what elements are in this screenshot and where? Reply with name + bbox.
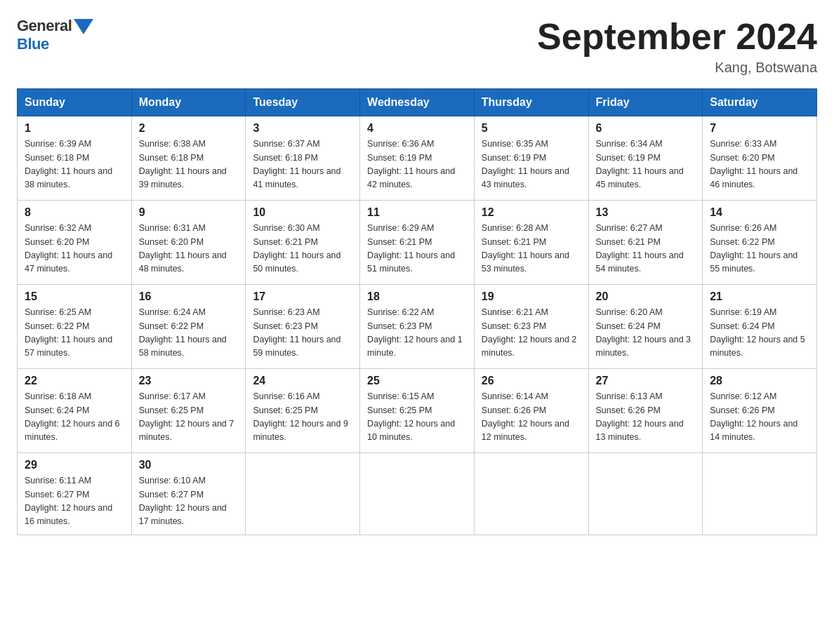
day-cell: 22Sunrise: 6:18 AMSunset: 6:24 PMDayligh… [18,369,132,453]
day-number: 18 [367,290,467,303]
day-info: Sunrise: 6:35 AMSunset: 6:19 PMDaylight:… [482,137,581,192]
week-row-3: 15Sunrise: 6:25 AMSunset: 6:22 PMDayligh… [18,285,817,369]
day-cell [474,453,588,535]
logo-general-text: General [17,17,72,35]
day-info: Sunrise: 6:38 AMSunset: 6:18 PMDaylight:… [139,137,239,192]
header-day-sunday: Sunday [18,89,132,116]
day-info: Sunrise: 6:15 AMSunset: 6:25 PMDaylight:… [367,390,467,445]
day-cell: 12Sunrise: 6:28 AMSunset: 6:21 PMDayligh… [474,201,588,285]
day-info: Sunrise: 6:17 AMSunset: 6:25 PMDaylight:… [139,390,239,445]
day-cell [703,453,817,535]
day-cell: 3Sunrise: 6:37 AMSunset: 6:18 PMDaylight… [246,116,360,201]
day-info: Sunrise: 6:29 AMSunset: 6:21 PMDaylight:… [367,222,467,276]
day-number: 7 [710,122,809,135]
day-number: 14 [710,206,809,219]
title-area: September 2024 Kang, Botswana [537,17,817,76]
day-info: Sunrise: 6:36 AMSunset: 6:19 PMDaylight:… [367,137,467,192]
day-info: Sunrise: 6:33 AMSunset: 6:20 PMDaylight:… [710,137,809,192]
day-info: Sunrise: 6:16 AMSunset: 6:25 PMDaylight:… [253,390,352,445]
calendar-table: SundayMondayTuesdayWednesdayThursdayFrid… [17,88,817,535]
day-info: Sunrise: 6:30 AMSunset: 6:21 PMDaylight:… [253,222,352,276]
day-number: 12 [482,206,581,219]
day-info: Sunrise: 6:23 AMSunset: 6:23 PMDaylight:… [253,306,352,361]
day-number: 20 [596,290,696,303]
day-number: 9 [139,206,239,219]
calendar-subtitle: Kang, Botswana [537,60,817,76]
day-number: 5 [482,122,581,135]
week-row-2: 8Sunrise: 6:32 AMSunset: 6:20 PMDaylight… [18,201,817,285]
day-number: 11 [367,206,467,219]
week-row-5: 29Sunrise: 6:11 AMSunset: 6:27 PMDayligh… [18,453,817,535]
header-day-saturday: Saturday [703,89,817,116]
day-cell: 30Sunrise: 6:10 AMSunset: 6:27 PMDayligh… [131,453,246,535]
day-cell: 20Sunrise: 6:20 AMSunset: 6:24 PMDayligh… [588,285,703,369]
day-cell: 21Sunrise: 6:19 AMSunset: 6:24 PMDayligh… [703,285,817,369]
day-cell: 24Sunrise: 6:16 AMSunset: 6:25 PMDayligh… [246,369,360,453]
day-info: Sunrise: 6:34 AMSunset: 6:19 PMDaylight:… [596,137,696,192]
header-row: SundayMondayTuesdayWednesdayThursdayFrid… [18,89,817,116]
day-cell: 4Sunrise: 6:36 AMSunset: 6:19 PMDaylight… [360,116,475,201]
header-day-monday: Monday [131,89,246,116]
day-info: Sunrise: 6:14 AMSunset: 6:26 PMDaylight:… [482,390,581,445]
day-cell: 19Sunrise: 6:21 AMSunset: 6:23 PMDayligh… [474,285,588,369]
day-cell: 10Sunrise: 6:30 AMSunset: 6:21 PMDayligh… [246,201,360,285]
day-cell: 27Sunrise: 6:13 AMSunset: 6:26 PMDayligh… [588,369,703,453]
day-number: 1 [25,122,124,135]
day-number: 10 [253,206,352,219]
day-cell: 16Sunrise: 6:24 AMSunset: 6:22 PMDayligh… [131,285,246,369]
day-number: 3 [253,122,352,135]
day-info: Sunrise: 6:25 AMSunset: 6:22 PMDaylight:… [25,306,124,361]
logo-triangle-icon [74,19,93,34]
day-number: 21 [710,290,809,303]
day-info: Sunrise: 6:18 AMSunset: 6:24 PMDaylight:… [25,390,124,445]
day-info: Sunrise: 6:20 AMSunset: 6:24 PMDaylight:… [596,306,696,361]
day-number: 26 [482,375,581,387]
day-cell: 14Sunrise: 6:26 AMSunset: 6:22 PMDayligh… [703,201,817,285]
day-cell: 29Sunrise: 6:11 AMSunset: 6:27 PMDayligh… [18,453,132,535]
day-number: 24 [253,375,352,387]
day-info: Sunrise: 6:13 AMSunset: 6:26 PMDaylight:… [596,390,696,445]
day-cell: 13Sunrise: 6:27 AMSunset: 6:21 PMDayligh… [588,201,703,285]
day-number: 16 [139,290,239,303]
logo: General Blue [17,17,93,53]
day-number: 28 [710,375,809,387]
day-info: Sunrise: 6:12 AMSunset: 6:26 PMDaylight:… [710,390,809,445]
header-day-wednesday: Wednesday [360,89,475,116]
day-number: 25 [367,375,467,387]
day-cell [588,453,703,535]
header-day-friday: Friday [588,89,703,116]
day-number: 13 [596,206,696,219]
day-info: Sunrise: 6:39 AMSunset: 6:18 PMDaylight:… [25,137,124,192]
day-number: 2 [139,122,239,135]
header-day-tuesday: Tuesday [246,89,360,116]
day-info: Sunrise: 6:26 AMSunset: 6:22 PMDaylight:… [710,222,809,276]
day-cell: 8Sunrise: 6:32 AMSunset: 6:20 PMDaylight… [18,201,132,285]
day-cell [246,453,360,535]
day-cell [360,453,475,535]
day-info: Sunrise: 6:21 AMSunset: 6:23 PMDaylight:… [482,306,581,361]
day-number: 29 [25,459,124,471]
day-cell: 11Sunrise: 6:29 AMSunset: 6:21 PMDayligh… [360,201,475,285]
day-number: 23 [139,375,239,387]
day-info: Sunrise: 6:19 AMSunset: 6:24 PMDaylight:… [710,306,809,361]
day-info: Sunrise: 6:11 AMSunset: 6:27 PMDaylight:… [25,474,124,529]
day-cell: 7Sunrise: 6:33 AMSunset: 6:20 PMDaylight… [703,116,817,201]
week-row-1: 1Sunrise: 6:39 AMSunset: 6:18 PMDaylight… [18,116,817,201]
day-cell: 18Sunrise: 6:22 AMSunset: 6:23 PMDayligh… [360,285,475,369]
day-number: 6 [596,122,696,135]
day-cell: 1Sunrise: 6:39 AMSunset: 6:18 PMDaylight… [18,116,132,201]
day-info: Sunrise: 6:37 AMSunset: 6:18 PMDaylight:… [253,137,352,192]
logo-blue-text: Blue [17,35,49,53]
day-info: Sunrise: 6:32 AMSunset: 6:20 PMDaylight:… [25,222,124,276]
day-cell: 25Sunrise: 6:15 AMSunset: 6:25 PMDayligh… [360,369,475,453]
day-cell: 6Sunrise: 6:34 AMSunset: 6:19 PMDaylight… [588,116,703,201]
day-cell: 15Sunrise: 6:25 AMSunset: 6:22 PMDayligh… [18,285,132,369]
day-cell: 5Sunrise: 6:35 AMSunset: 6:19 PMDaylight… [474,116,588,201]
day-number: 30 [139,459,239,471]
day-cell: 9Sunrise: 6:31 AMSunset: 6:20 PMDaylight… [131,201,246,285]
day-info: Sunrise: 6:10 AMSunset: 6:27 PMDaylight:… [139,474,239,529]
day-number: 27 [596,375,696,387]
day-info: Sunrise: 6:28 AMSunset: 6:21 PMDaylight:… [482,222,581,276]
day-info: Sunrise: 6:22 AMSunset: 6:23 PMDaylight:… [367,306,467,361]
day-number: 8 [25,206,124,219]
